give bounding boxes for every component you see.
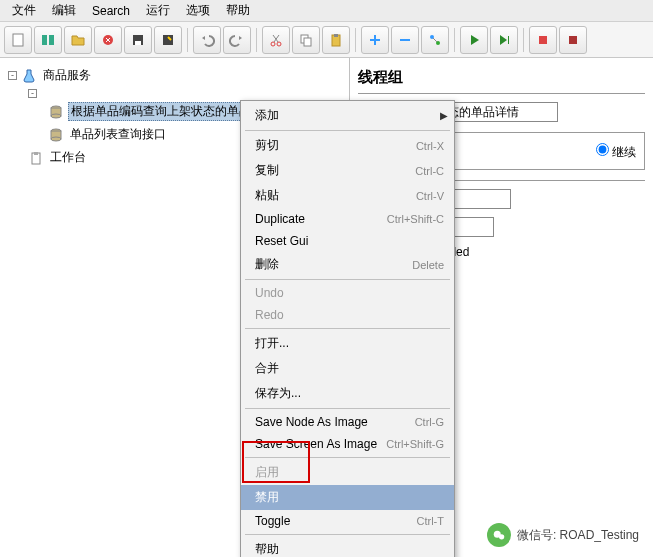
ctx-separator	[245, 279, 450, 280]
clipboard-icon	[28, 150, 44, 166]
tree-toggle-icon[interactable]: -	[28, 89, 37, 98]
ctx-undo: Undo	[241, 282, 454, 304]
ctx-separator	[245, 328, 450, 329]
tree-item-label: 单品列表查询接口	[68, 125, 168, 144]
ctx-merge[interactable]: 合并	[241, 356, 454, 381]
expand-icon[interactable]	[361, 26, 389, 54]
ctx-separator	[245, 534, 450, 535]
divider	[358, 93, 645, 94]
svg-rect-25	[34, 152, 38, 155]
save-as-icon[interactable]	[154, 26, 182, 54]
open-folder-icon[interactable]	[64, 26, 92, 54]
toolbar	[0, 22, 653, 58]
ctx-enable: 启用	[241, 460, 454, 485]
context-menu: 添加▶ 剪切Ctrl-X 复制Ctrl-C 粘贴Ctrl-V Duplicate…	[240, 100, 455, 557]
toggle-icon[interactable]	[421, 26, 449, 54]
radio-continue[interactable]: 继续	[596, 143, 636, 161]
svg-rect-10	[304, 38, 311, 46]
toolbar-separator	[187, 28, 188, 52]
tree-workbench-label: 工作台	[48, 148, 88, 167]
close-icon[interactable]	[94, 26, 122, 54]
toolbar-separator	[355, 28, 356, 52]
menu-search[interactable]: Search	[84, 1, 138, 21]
ctx-save-screen-image[interactable]: Save Screen As ImageCtrl+Shift-G	[241, 433, 454, 455]
wechat-icon	[487, 523, 511, 547]
footer: 微信号: ROAD_Testing	[487, 523, 639, 547]
stop-icon[interactable]	[529, 26, 557, 54]
collapse-icon[interactable]	[391, 26, 419, 54]
svg-rect-5	[135, 41, 141, 45]
ctx-add[interactable]: 添加▶	[241, 103, 454, 128]
shutdown-icon[interactable]	[559, 26, 587, 54]
svg-point-27	[499, 534, 504, 539]
ctx-open[interactable]: 打开...	[241, 331, 454, 356]
footer-label: 微信号: ROAD_Testing	[517, 527, 639, 544]
svg-rect-16	[539, 36, 547, 44]
ctx-separator	[245, 408, 450, 409]
ctx-disable[interactable]: 禁用	[241, 485, 454, 510]
menu-run[interactable]: 运行	[138, 0, 178, 22]
menubar: 文件 编辑 Search 运行 选项 帮助	[0, 0, 653, 22]
flask-icon	[21, 68, 37, 84]
svg-rect-15	[508, 36, 509, 44]
ctx-save-node-image[interactable]: Save Node As ImageCtrl-G	[241, 411, 454, 433]
svg-rect-12	[334, 34, 338, 37]
ctx-help[interactable]: 帮助	[241, 537, 454, 557]
menu-edit[interactable]: 编辑	[44, 0, 84, 22]
menu-options[interactable]: 选项	[178, 0, 218, 22]
svg-point-8	[277, 42, 281, 46]
cut-icon[interactable]	[262, 26, 290, 54]
save-icon[interactable]	[124, 26, 152, 54]
panel-title: 线程组	[358, 68, 645, 87]
chevron-right-icon: ▶	[440, 110, 448, 121]
ctx-duplicate[interactable]: DuplicateCtrl+Shift-C	[241, 208, 454, 230]
radio-continue-input[interactable]	[596, 143, 609, 156]
spool-icon	[48, 104, 64, 120]
ctx-cut[interactable]: 剪切Ctrl-X	[241, 133, 454, 158]
undo-icon[interactable]	[193, 26, 221, 54]
ctx-separator	[245, 130, 450, 131]
toolbar-separator	[256, 28, 257, 52]
copy-icon[interactable]	[292, 26, 320, 54]
svg-rect-2	[49, 35, 54, 45]
ctx-copy[interactable]: 复制Ctrl-C	[241, 158, 454, 183]
menu-help[interactable]: 帮助	[218, 0, 258, 22]
ctx-paste[interactable]: 粘贴Ctrl-V	[241, 183, 454, 208]
run-icon[interactable]	[460, 26, 488, 54]
tree-root-label: 商品服务	[41, 66, 93, 85]
ctx-redo: Redo	[241, 304, 454, 326]
templates-icon[interactable]	[34, 26, 62, 54]
menu-file[interactable]: 文件	[4, 0, 44, 22]
tree-root[interactable]: - 商品服务	[4, 64, 345, 87]
run-no-pause-icon[interactable]	[490, 26, 518, 54]
spool-icon	[48, 127, 64, 143]
toolbar-separator	[454, 28, 455, 52]
paste-icon[interactable]	[322, 26, 350, 54]
redo-icon[interactable]	[223, 26, 251, 54]
svg-rect-0	[13, 34, 23, 46]
svg-rect-17	[569, 36, 577, 44]
tree-toggle-icon[interactable]: -	[8, 71, 17, 80]
svg-point-7	[271, 42, 275, 46]
tree-thread-group[interactable]: -	[4, 87, 345, 100]
ctx-save-as[interactable]: 保存为...	[241, 381, 454, 406]
svg-point-20	[51, 114, 61, 118]
new-file-icon[interactable]	[4, 26, 32, 54]
svg-rect-6	[163, 35, 173, 45]
ctx-delete[interactable]: 删除Delete	[241, 252, 454, 277]
svg-rect-1	[42, 35, 47, 45]
svg-point-23	[51, 137, 61, 141]
ctx-toggle[interactable]: ToggleCtrl-T	[241, 510, 454, 532]
ctx-reset-gui[interactable]: Reset Gui	[241, 230, 454, 252]
ctx-separator	[245, 457, 450, 458]
toolbar-separator	[523, 28, 524, 52]
